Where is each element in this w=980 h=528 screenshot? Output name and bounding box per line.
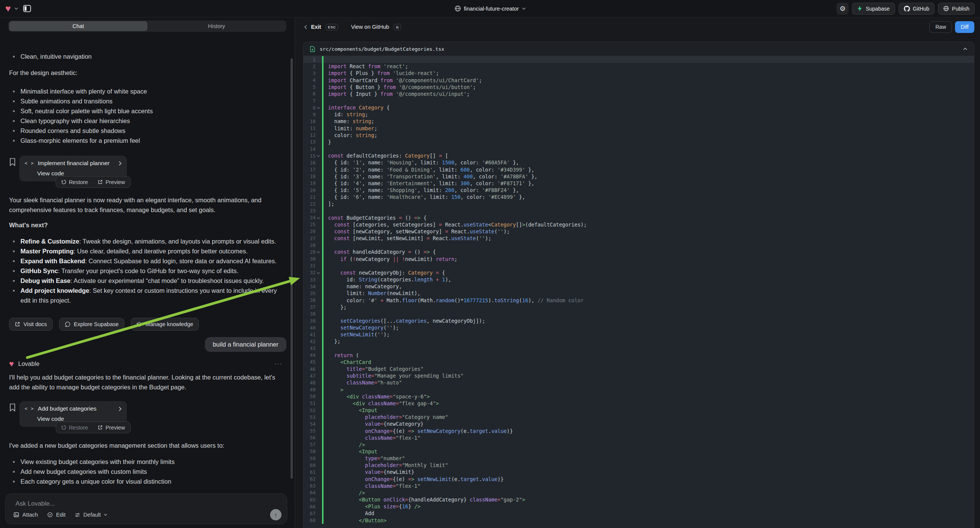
edit-button[interactable]: Edit: [47, 512, 65, 518]
supabase-button[interactable]: Supabase: [852, 3, 895, 15]
file-header[interactable]: src/components/budget/BudgetCategories.t…: [304, 42, 974, 56]
restore-icon: [61, 180, 66, 184]
visit-docs-button[interactable]: Visit docs: [9, 318, 52, 331]
restore-label: Restore: [69, 425, 88, 431]
code-line: 62 onChange={(e) => setNewLimit(e.target…: [304, 476, 974, 483]
code-line: 14: [304, 145, 974, 152]
code-line: 28: [304, 242, 974, 248]
whats-next-list: Refine & Customize: Tweak the design, an…: [9, 236, 286, 305]
external-link-icon: [98, 425, 103, 430]
code-line: 20 { id: '5', name: 'Shopping', limit: 2…: [304, 187, 974, 194]
exit-button[interactable]: Exit: [311, 24, 321, 30]
version-card-add-budget-categories[interactable]: < > Add budget categories View code Rest…: [19, 401, 127, 427]
code-line: 67 Add: [304, 510, 974, 517]
code-line: 60 placeholder="Monthly limit": [304, 462, 974, 469]
code-line: 5import { Button } from '@/components/ui…: [304, 84, 974, 91]
lovable-logo-icon[interactable]: ♥: [5, 4, 11, 13]
chat-scrollbar[interactable]: [291, 58, 293, 479]
diff-button[interactable]: Diff: [955, 21, 974, 33]
code-line: 3import { Plus } from 'lucide-react';: [304, 70, 974, 76]
suggestion-buttons: Visit docs Explore Supabase Manage knowl…: [9, 318, 286, 331]
file-added-icon: [310, 46, 315, 52]
attach-button[interactable]: Attach: [13, 512, 38, 518]
g-key-hint: G: [394, 24, 401, 30]
code-line: 65 <Button onClick={handleAddCategory} c…: [304, 496, 974, 503]
project-name: financial-future-creator: [464, 6, 519, 12]
code-line: 40 setNewCategory('');: [304, 324, 974, 331]
version-card-implement-financial-planner[interactable]: < > Implement financial planner View cod…: [19, 156, 127, 181]
view-on-github-button[interactable]: View on GitHub: [351, 24, 389, 30]
code-lines[interactable]: 12import React from 'react';3import { Pl…: [304, 56, 974, 524]
restore-preview-toolbar: Restore Preview: [56, 176, 131, 188]
feature-bullet: View existing budget categories with the…: [9, 457, 286, 467]
design-bullet: Subtle animations and transitions: [9, 96, 286, 106]
assistant-paragraph: I'll help you add budget categories to t…: [9, 372, 286, 392]
code-line: 33 id: String(categories.length + 1),: [304, 276, 974, 283]
code-line: 68 </Button>: [304, 517, 974, 523]
preview-button[interactable]: Preview: [98, 179, 125, 185]
code-line: 17 { id: '2', name: 'Food & Dining', lim…: [304, 166, 974, 173]
code-line: 39 setCategories([...categories, newCate…: [304, 317, 974, 324]
code-line: 57 />: [304, 441, 974, 448]
sidebar-toggle-button[interactable]: [22, 3, 33, 14]
restore-icon: [61, 425, 66, 430]
code-line: 8interface Category {: [304, 104, 974, 111]
attach-label: Attach: [22, 512, 38, 518]
feature-bullet: Each category gets a unique color for vi…: [9, 477, 286, 486]
code-line: 66 <Plus size={16} />: [304, 503, 974, 510]
code-line: 6import { Input } from '@/components/ui/…: [304, 91, 974, 97]
code-line: 51 <div className="flex gap-4">: [304, 400, 974, 407]
code-line: 10 name: string;: [304, 118, 974, 125]
publish-globe-icon: [943, 6, 949, 11]
message-menu-button[interactable]: ···: [274, 361, 283, 367]
send-button[interactable]: ↑: [270, 509, 282, 520]
next-item: Expand with Backend: Connect Supabase to…: [9, 256, 286, 266]
next-item: Master Prompting: Use clear, detailed, a…: [9, 246, 286, 256]
code-line: 59 type="number": [304, 455, 974, 462]
code-line: 13}: [304, 138, 974, 145]
file-diff-card: src/components/budget/BudgetCategories.t…: [303, 42, 974, 528]
bookmark-icon[interactable]: [9, 158, 16, 166]
restore-button[interactable]: Restore: [61, 425, 88, 431]
code-panel-header: Exit ESC View on GitHub G Raw Diff: [295, 17, 980, 37]
lovable-avatar-icon: ♥: [9, 360, 14, 368]
code-line: 11 limit: number;: [304, 125, 974, 132]
project-switcher[interactable]: financial-future-creator: [454, 5, 525, 12]
code-line: 50 <div className="space-y-6">: [304, 393, 974, 400]
github-button[interactable]: GitHub: [899, 3, 935, 15]
code-line: 44 return (: [304, 352, 974, 359]
explore-supabase-label: Explore Supabase: [74, 321, 119, 327]
code-line: 15const defaultCategories: Category[] = …: [304, 152, 974, 159]
code-line: 9 id: string;: [304, 111, 974, 118]
image-icon: [13, 512, 19, 518]
manage-knowledge-button[interactable]: Manage knowledge: [131, 318, 199, 331]
settings-button[interactable]: ⚙: [837, 3, 848, 15]
preview-label: Preview: [105, 179, 125, 185]
chevron-left-icon: [304, 25, 307, 30]
code-line: 61 value={newLimit}: [304, 469, 974, 476]
chat-panel: Chat History Clean, intuitive navigation…: [0, 17, 295, 528]
collapse-chevron-up-icon[interactable]: [963, 47, 967, 50]
tab-history[interactable]: History: [147, 21, 286, 31]
tab-chat[interactable]: Chat: [9, 21, 147, 31]
user-message: build a financial planner: [205, 337, 286, 352]
design-bullet: Soft, neutral color palette with light b…: [9, 106, 286, 116]
raw-button[interactable]: Raw: [929, 21, 952, 33]
bookmark-icon[interactable]: [9, 403, 16, 412]
next-item: Debug with Ease: Activate our experiment…: [9, 276, 286, 286]
code-line: 35 limit: Number(newLimit),: [304, 290, 974, 297]
restore-button[interactable]: Restore: [61, 179, 88, 185]
preview-button[interactable]: Preview: [98, 425, 125, 431]
visit-docs-label: Visit docs: [24, 321, 47, 327]
logo-chevron-down-icon[interactable]: [14, 7, 18, 10]
composer[interactable]: Ask Lovable... Attach Edit Default ↑: [5, 493, 287, 524]
whats-next-heading: What's next?: [9, 220, 286, 230]
publish-button[interactable]: Publish: [938, 3, 975, 15]
code-line: 24const BudgetCategories = () => {: [304, 215, 974, 221]
explore-supabase-button[interactable]: Explore Supabase: [59, 318, 125, 331]
mode-select[interactable]: Default: [75, 512, 107, 518]
code-line: 18 { id: '3', name: 'Transportation', li…: [304, 173, 974, 180]
code-line: 34 name: newCategory,: [304, 283, 974, 290]
code-line: 45 <ChartCard: [304, 359, 974, 366]
chat-scroll-area[interactable]: Clean, intuitive navigation For the desi…: [0, 48, 292, 490]
